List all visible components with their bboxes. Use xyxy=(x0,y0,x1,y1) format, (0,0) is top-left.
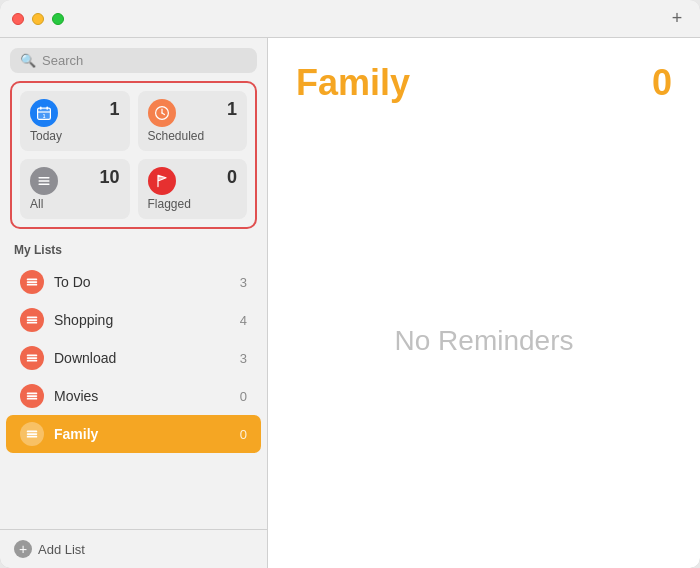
list-count-movies: 0 xyxy=(240,389,247,404)
list-dot-family xyxy=(20,422,44,446)
search-bar[interactable]: 🔍 Search xyxy=(10,48,257,73)
today-count: 1 xyxy=(109,99,119,120)
add-list-button[interactable]: + Add List xyxy=(14,540,253,558)
list-item-todo[interactable]: To Do 3 xyxy=(6,263,261,301)
svg-rect-3 xyxy=(46,107,48,110)
svg-line-8 xyxy=(162,113,164,115)
all-count: 10 xyxy=(99,167,119,188)
sidebar: 🔍 Search 1 xyxy=(0,38,268,568)
svg-rect-25 xyxy=(27,433,38,435)
main-content: 🔍 Search 1 xyxy=(0,38,700,568)
list-dot-shopping xyxy=(20,308,44,332)
smart-lists-grid: 1 1 Today xyxy=(10,81,257,229)
sidebar-footer: + Add List xyxy=(0,529,267,568)
list-name-movies: Movies xyxy=(54,388,230,404)
list-dot-download xyxy=(20,346,44,370)
flagged-count: 0 xyxy=(227,167,237,188)
scheduled-count: 1 xyxy=(227,99,237,120)
panel-header: Family 0 xyxy=(268,38,700,114)
smart-list-flagged[interactable]: 0 Flagged xyxy=(138,159,248,219)
panel-empty-state: No Reminders xyxy=(268,114,700,568)
list-dot-todo xyxy=(20,270,44,294)
svg-rect-22 xyxy=(27,395,38,397)
list-items: To Do 3 Shopping 4 Download xyxy=(0,263,267,529)
svg-rect-20 xyxy=(27,360,38,362)
flagged-icon xyxy=(148,167,176,195)
list-name-shopping: Shopping xyxy=(54,312,230,328)
svg-rect-10 xyxy=(38,180,49,182)
list-name-download: Download xyxy=(54,350,230,366)
list-name-family: Family xyxy=(54,426,230,442)
smart-card-top-scheduled: 1 xyxy=(148,99,238,127)
smart-list-all[interactable]: 10 All xyxy=(20,159,130,219)
svg-rect-19 xyxy=(27,357,38,359)
smart-card-top-today: 1 1 xyxy=(30,99,120,127)
svg-rect-4 xyxy=(38,111,51,112)
svg-rect-9 xyxy=(38,177,49,179)
search-icon: 🔍 xyxy=(20,53,36,68)
minimize-button[interactable] xyxy=(32,13,44,25)
close-button[interactable] xyxy=(12,13,24,25)
list-item-movies[interactable]: Movies 0 xyxy=(6,377,261,415)
list-item-shopping[interactable]: Shopping 4 xyxy=(6,301,261,339)
panel-count: 0 xyxy=(652,62,672,104)
scheduled-icon xyxy=(148,99,176,127)
add-list-label: Add List xyxy=(38,542,85,557)
panel-title: Family xyxy=(296,62,410,104)
list-item-family[interactable]: Family 0 xyxy=(6,415,261,453)
svg-rect-18 xyxy=(27,355,38,357)
list-count-family: 0 xyxy=(240,427,247,442)
svg-rect-21 xyxy=(27,393,38,395)
add-list-icon: + xyxy=(14,540,32,558)
svg-rect-16 xyxy=(27,319,38,321)
main-panel: Family 0 No Reminders xyxy=(268,38,700,568)
list-count-download: 3 xyxy=(240,351,247,366)
all-label: All xyxy=(30,197,120,211)
list-name-todo: To Do xyxy=(54,274,230,290)
smart-card-top-flagged: 0 xyxy=(148,167,238,195)
svg-rect-11 xyxy=(38,183,49,185)
smart-list-scheduled[interactable]: 1 Scheduled xyxy=(138,91,248,151)
scheduled-label: Scheduled xyxy=(148,129,238,143)
list-count-todo: 3 xyxy=(240,275,247,290)
svg-rect-14 xyxy=(27,284,38,286)
svg-rect-2 xyxy=(40,107,42,110)
titlebar: + xyxy=(0,0,700,38)
list-item-download[interactable]: Download 3 xyxy=(6,339,261,377)
add-reminder-button[interactable]: + xyxy=(666,8,688,30)
empty-text: No Reminders xyxy=(395,325,574,357)
svg-rect-26 xyxy=(27,436,38,438)
svg-rect-12 xyxy=(27,279,38,281)
today-icon: 1 xyxy=(30,99,58,127)
list-dot-movies xyxy=(20,384,44,408)
flagged-label: Flagged xyxy=(148,197,238,211)
today-label: Today xyxy=(30,129,120,143)
maximize-button[interactable] xyxy=(52,13,64,25)
search-placeholder: Search xyxy=(42,53,83,68)
svg-rect-23 xyxy=(27,398,38,400)
list-count-shopping: 4 xyxy=(240,313,247,328)
svg-rect-15 xyxy=(27,317,38,319)
svg-rect-24 xyxy=(27,431,38,433)
svg-rect-17 xyxy=(27,322,38,324)
svg-rect-13 xyxy=(27,281,38,283)
my-lists-header: My Lists xyxy=(0,239,267,263)
smart-list-today[interactable]: 1 1 Today xyxy=(20,91,130,151)
svg-text:1: 1 xyxy=(43,114,46,119)
all-icon xyxy=(30,167,58,195)
app-window: + 🔍 Search xyxy=(0,0,700,568)
smart-card-top-all: 10 xyxy=(30,167,120,195)
